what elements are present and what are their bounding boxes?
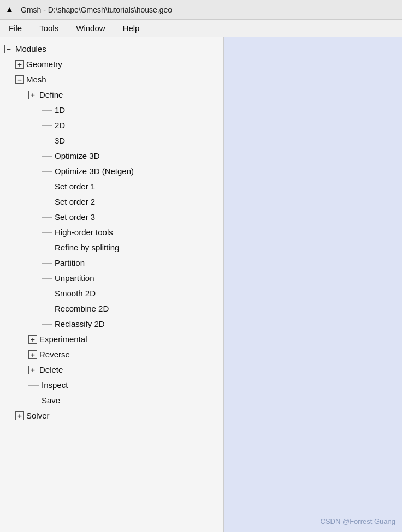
item-3d-label: 3D — [55, 134, 65, 147]
item-partition-label: Partition — [55, 256, 85, 270]
tree-experimental[interactable]: + Experimental — [0, 332, 223, 347]
tree-item-setorder1[interactable]: Set order 1 — [0, 179, 223, 194]
tree-delete[interactable]: + Delete — [0, 362, 223, 378]
tree-item-smooth2d[interactable]: Smooth 2D — [0, 286, 223, 301]
tree-item-recombine2d[interactable]: Recombine 2D — [0, 301, 223, 316]
tree-item-reclassify2d[interactable]: Reclassify 2D — [0, 316, 223, 332]
tree-panel: − Modules + Geometry − Mesh + Define 1D … — [0, 37, 224, 532]
item-setorder2-label: Set order 2 — [55, 195, 95, 208]
modules-label: Modules — [15, 43, 46, 56]
define-expand-icon[interactable]: + — [28, 91, 37, 99]
reverse-label: Reverse — [39, 348, 70, 361]
mesh-collapse-icon[interactable]: − — [15, 75, 24, 84]
mesh-label: Mesh — [26, 73, 46, 86]
item-setorder3-label: Set order 3 — [55, 211, 95, 224]
watermark-text: CSDN @Forrest Guang — [321, 517, 395, 525]
item-smooth2d-label: Smooth 2D — [55, 287, 96, 300]
item-unpartition-label: Unpartition — [55, 272, 94, 285]
tree-reverse[interactable]: + Reverse — [0, 347, 223, 362]
tree-item-1d[interactable]: 1D — [0, 103, 223, 118]
tree-item-highorder[interactable]: High-order tools — [0, 225, 223, 240]
tree-item-opt3d[interactable]: Optimize 3D — [0, 148, 223, 164]
modules-collapse-icon[interactable]: − — [4, 45, 13, 53]
item-1d-label: 1D — [55, 104, 65, 117]
title-bar: ▲ Gmsh - D:\shape\Gmesh\tutorials\house.… — [0, 0, 402, 20]
delete-expand-icon[interactable]: + — [28, 366, 37, 374]
tree-define[interactable]: + Define — [0, 87, 223, 103]
save-label: Save — [42, 394, 60, 407]
experimental-expand-icon[interactable]: + — [28, 335, 37, 344]
gmsh-icon: ▲ — [5, 4, 16, 15]
inspect-label: Inspect — [42, 379, 68, 392]
geometry-expand-icon[interactable]: + — [15, 60, 24, 69]
tree-item-opt3d-netgen[interactable]: Optimize 3D (Netgen) — [0, 164, 223, 179]
geometry-label: Geometry — [26, 58, 62, 71]
item-refine-label: Refine by splitting — [55, 241, 119, 254]
tree-item-refine[interactable]: Refine by splitting — [0, 240, 223, 255]
tree-item-setorder3[interactable]: Set order 3 — [0, 210, 223, 225]
solver-label: Solver — [26, 409, 50, 422]
tree-inspect[interactable]: Inspect — [0, 378, 223, 393]
menu-tools[interactable]: Tools — [31, 21, 67, 35]
tree-item-unpartition[interactable]: Unpartition — [0, 271, 223, 286]
tree-solver[interactable]: + Solver — [0, 408, 223, 423]
tree-save[interactable]: Save — [0, 393, 223, 408]
define-label: Define — [39, 88, 63, 101]
item-recombine2d-label: Recombine 2D — [55, 302, 109, 315]
main-content: − Modules + Geometry − Mesh + Define 1D … — [0, 37, 402, 532]
right-panel: CSDN @Forrest Guang — [224, 37, 402, 532]
tree-item-setorder2[interactable]: Set order 2 — [0, 194, 223, 210]
menu-file[interactable]: File — [0, 21, 31, 35]
solver-expand-icon[interactable]: + — [15, 411, 24, 420]
tree-mesh[interactable]: − Mesh — [0, 72, 223, 87]
menu-window[interactable]: Window — [67, 21, 114, 35]
title-text: Gmsh - D:\shape\Gmesh\tutorials\house.ge… — [21, 5, 172, 14]
menu-bar: File Tools Window Help — [0, 20, 402, 37]
experimental-label: Experimental — [39, 333, 87, 346]
tree-item-partition[interactable]: Partition — [0, 255, 223, 271]
item-highorder-label: High-order tools — [55, 226, 113, 239]
menu-help[interactable]: Help — [114, 21, 149, 35]
tree-modules[interactable]: − Modules — [0, 41, 223, 57]
item-reclassify2d-label: Reclassify 2D — [55, 318, 105, 331]
delete-label: Delete — [39, 363, 63, 376]
item-setorder1-label: Set order 1 — [55, 180, 95, 193]
item-opt3d-label: Optimize 3D — [55, 150, 100, 163]
tree-item-2d[interactable]: 2D — [0, 118, 223, 133]
item-opt3d-netgen-label: Optimize 3D (Netgen) — [55, 165, 134, 178]
tree-item-3d[interactable]: 3D — [0, 133, 223, 148]
reverse-expand-icon[interactable]: + — [28, 350, 37, 359]
tree-geometry[interactable]: + Geometry — [0, 57, 223, 72]
item-2d-label: 2D — [55, 119, 65, 132]
